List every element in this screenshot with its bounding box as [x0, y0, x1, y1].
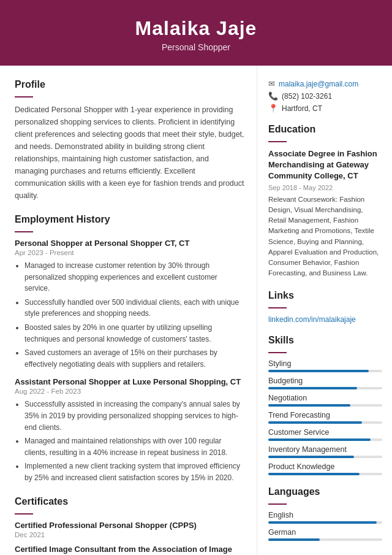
- skill-item: Trend Forecasting: [268, 411, 382, 424]
- skill-label: Inventory Management: [268, 445, 382, 454]
- language-bar-bg: [268, 538, 382, 541]
- employment-section: Employment History Personal Shopper at P…: [15, 214, 244, 484]
- languages-section: Languages English German: [268, 486, 382, 541]
- skill-label: Trend Forecasting: [268, 411, 382, 419]
- languages-title: Languages: [268, 486, 382, 500]
- skill-bar-fill: [268, 438, 371, 441]
- contact-email: ✉ malaika.jaje@gmail.com: [268, 79, 382, 88]
- phone-icon: 📞: [268, 91, 278, 101]
- email-icon: ✉: [268, 79, 275, 88]
- phone-text: (852) 102-3261: [282, 92, 332, 101]
- language-label: German: [268, 528, 382, 537]
- cert-2-title: Certified Image Consultant from the Asso…: [15, 545, 244, 556]
- employment-divider: [15, 231, 33, 232]
- skill-bar-bg: [268, 370, 382, 372]
- skills-section: Skills Styling Budgeting Negotiation Tre…: [268, 335, 382, 475]
- skill-bar-fill: [268, 421, 362, 424]
- contact-location: 📍 Hartford, CT: [268, 104, 382, 113]
- education-section: Education Associate Degree in Fashion Me…: [268, 124, 382, 279]
- skill-bar-bg: [268, 387, 382, 389]
- skill-label: Customer Service: [268, 428, 382, 437]
- skill-bar-bg: [268, 404, 382, 407]
- contact-section: ✉ malaika.jaje@gmail.com 📞 (852) 102-326…: [268, 79, 382, 113]
- skill-bar-bg: [268, 473, 382, 475]
- education-title: Education: [268, 124, 382, 137]
- skill-label: Product Knowledge: [268, 462, 382, 471]
- skill-bar-bg: [268, 438, 382, 441]
- list-item: Successfully assisted in increasing the …: [24, 399, 244, 433]
- job-1-title: Personal Shopper at Personal Shopper CT,…: [15, 239, 244, 248]
- language-bar-fill: [268, 521, 377, 524]
- cert-2: Certified Image Consultant from the Asso…: [15, 545, 244, 556]
- cert-1: Certified Professional Personal Shopper …: [15, 521, 244, 538]
- profile-title: Profile: [15, 79, 244, 93]
- location-icon: 📍: [268, 104, 278, 113]
- list-item: Successfully handled over 500 individual…: [24, 297, 244, 320]
- edu-degree: Associate Degree in Fashion Merchandisin…: [268, 148, 382, 182]
- job-1-date: Apr 2023 - Present: [15, 249, 244, 256]
- skill-item: Negotiation: [268, 394, 382, 407]
- edu-coursework: Relevant Coursework: Fashion Design, Vis…: [268, 194, 382, 279]
- profile-divider: [15, 96, 33, 98]
- list-item: Managed and maintained relationships wit…: [24, 435, 244, 458]
- right-column: ✉ malaika.jaje@gmail.com 📞 (852) 102-326…: [257, 66, 392, 555]
- skill-item: Inventory Management: [268, 445, 382, 458]
- certificates-title: Certificates: [15, 496, 244, 510]
- list-item: Managed to increase customer retention b…: [24, 260, 244, 294]
- list-item: Boosted sales by 20% in one quarter by u…: [24, 322, 244, 345]
- job-2: Assistant Personal Shopper at Luxe Perso…: [15, 377, 244, 483]
- certificates-section: Certificates Certified Professional Pers…: [15, 496, 244, 556]
- job-2-title: Assistant Personal Shopper at Luxe Perso…: [15, 377, 244, 386]
- language-item: German: [268, 528, 382, 541]
- language-bar-fill: [268, 538, 320, 541]
- job-1: Personal Shopper at Personal Shopper CT,…: [15, 239, 244, 370]
- profile-section: Profile Dedicated Personal Shopper with …: [15, 79, 244, 202]
- cert-1-date: Dec 2021: [15, 531, 244, 538]
- links-section: Links linkedin.com/in/malaikajaje: [268, 290, 382, 324]
- left-column: Profile Dedicated Personal Shopper with …: [0, 66, 257, 555]
- language-bar-bg: [268, 521, 382, 524]
- email-link[interactable]: malaika.jaje@gmail.com: [279, 80, 358, 88]
- language-item: English: [268, 511, 382, 524]
- skill-label: Styling: [268, 359, 382, 368]
- links-title: Links: [268, 290, 382, 304]
- skill-bar-fill: [268, 387, 357, 389]
- contact-phone: 📞 (852) 102-3261: [268, 91, 382, 101]
- skills-title: Skills: [268, 335, 382, 348]
- candidate-name: Malaika Jaje: [12, 17, 380, 40]
- skill-item: Budgeting: [268, 377, 382, 389]
- education-divider: [268, 141, 287, 142]
- job-2-date: Aug 2022 - Feb 2023: [15, 388, 244, 395]
- skill-item: Product Knowledge: [268, 462, 382, 475]
- job-2-bullets: Successfully assisted in increasing the …: [15, 399, 244, 483]
- languages-list: English German: [268, 511, 382, 541]
- resume-header: Malaika Jaje Personal Shopper: [0, 0, 392, 66]
- skill-bar-fill: [268, 473, 360, 475]
- profile-text: Dedicated Personal Shopper with 1-year e…: [15, 104, 244, 202]
- linkedin-link[interactable]: linkedin.com/in/malaikajaje: [268, 315, 356, 324]
- skill-bar-fill: [268, 370, 369, 372]
- job-1-bullets: Managed to increase customer retention b…: [15, 260, 244, 370]
- skill-item: Styling: [268, 359, 382, 372]
- certificates-divider: [15, 513, 33, 515]
- cert-1-title: Certified Professional Personal Shopper …: [15, 521, 244, 530]
- list-item: Saved customers an average of 15% on the…: [24, 347, 244, 370]
- links-divider: [268, 307, 287, 308]
- skill-bar-bg: [268, 456, 382, 458]
- list-item: Implemented a new client tracking system…: [24, 461, 244, 483]
- edu-date: Sep 2018 - May 2022: [268, 184, 382, 191]
- skill-bar-fill: [268, 404, 350, 407]
- languages-divider: [268, 503, 287, 505]
- skill-item: Customer Service: [268, 428, 382, 441]
- skill-label: Budgeting: [268, 377, 382, 385]
- skill-bar-bg: [268, 421, 382, 424]
- language-label: English: [268, 511, 382, 519]
- skill-bar-fill: [268, 456, 354, 458]
- skills-list: Styling Budgeting Negotiation Trend Fore…: [268, 359, 382, 475]
- candidate-title: Personal Shopper: [12, 42, 380, 52]
- location-text: Hartford, CT: [282, 104, 322, 113]
- employment-title: Employment History: [15, 214, 244, 228]
- skills-divider: [268, 352, 287, 353]
- skill-label: Negotiation: [268, 394, 382, 402]
